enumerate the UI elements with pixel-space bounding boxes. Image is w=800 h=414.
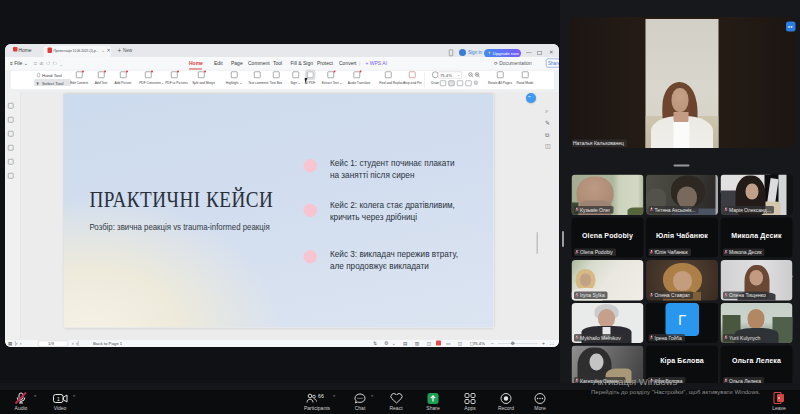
svg-text:1: 1 — [57, 396, 60, 402]
